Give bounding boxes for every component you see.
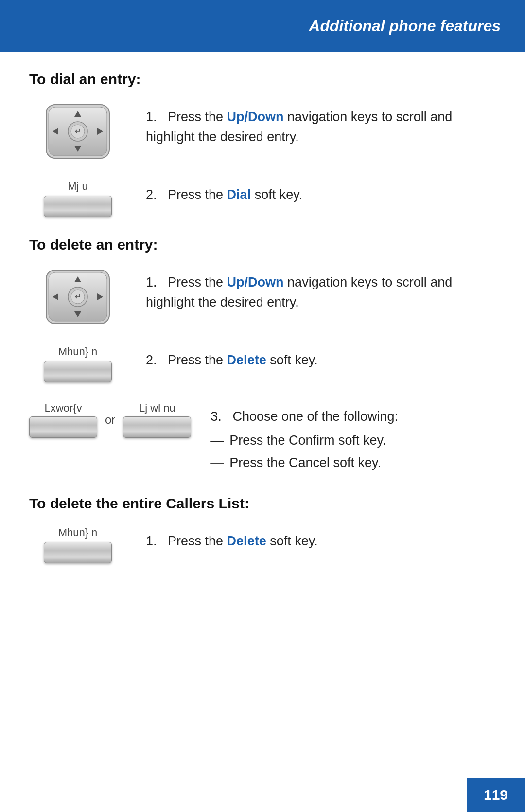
delete-entry-step-3-intro-text: Choose one of the following: [232, 409, 398, 424]
delete-all-step-1-highlight: Delete [227, 534, 266, 548]
confirm-text: Press the Confirm soft key. [229, 431, 386, 451]
confirm-btn-group: Lxwor{v [29, 402, 97, 438]
delete-all-softkey-label: Mhun} n [58, 526, 98, 539]
delete-entry-step-1-text: 1. Press the Up/Down navigation keys to … [146, 268, 496, 312]
delete-entry-step-3-sublist: — Press the Confirm soft key. — Press th… [210, 431, 496, 473]
nav-key-icon-col-1: ↵ [29, 102, 126, 161]
delete-entry-step-2-after: soft key. [266, 353, 318, 367]
dash-1: — [210, 431, 224, 451]
delete-softkey-col: Mhun} n [29, 345, 126, 382]
page-number-block: 119 [467, 778, 525, 812]
section-delete-entry-heading: To delete an entry: [29, 236, 496, 253]
dual-btn-row: Lxwor{v or Lj wl nu [29, 402, 191, 438]
delete-softkey-btn [44, 361, 112, 382]
delete-entry-step-3-text: 3. Choose one of the following: — Press … [210, 402, 496, 476]
dial-step-2-after: soft key. [251, 187, 302, 202]
delete-all-step-1-before: Press the [168, 534, 227, 548]
svg-text:↵: ↵ [75, 127, 81, 135]
delete-all-step-1-num: 1. [146, 534, 164, 548]
delete-all-softkey-col: Mhun} n [29, 526, 126, 563]
section-dial-heading: To dial an entry: [29, 71, 496, 88]
dial-step-2: Mj u 2. Press the Dial soft key. [29, 180, 496, 217]
delete-entry-step-1-para: 1. Press the Up/Down navigation keys to … [146, 272, 496, 312]
cancel-softkey-label: Lj wl nu [139, 402, 175, 415]
header-title: Additional phone features [309, 17, 501, 35]
dial-step-2-num: 2. [146, 187, 164, 202]
svg-text:↵: ↵ [75, 292, 81, 301]
dial-step-2-before: Press the [168, 187, 227, 202]
confirm-softkey-label: Lxwor{v [44, 402, 82, 415]
delete-all-step-1-text: 1. Press the Delete soft key. [146, 526, 496, 551]
confirm-sub-item: — Press the Confirm soft key. [210, 431, 496, 451]
header-bar: Additional phone features [0, 0, 525, 52]
delete-all-step-1-after: soft key. [266, 534, 318, 548]
content-area: To dial an entry: [0, 52, 525, 612]
dial-step-2-text: 2. Press the Dial soft key. [146, 180, 496, 205]
delete-entry-step-2-para: 2. Press the Delete soft key. [146, 350, 496, 370]
cancel-highlight: Cancel [289, 455, 330, 470]
delete-all-step-1-para: 1. Press the Delete soft key. [146, 531, 496, 551]
dash-2: — [210, 453, 224, 473]
delete-entry-step-1-before: Press the [168, 275, 227, 289]
nav-key-icon-col-2: ↵ [29, 268, 126, 326]
section-delete-all-heading: To delete the entire Callers List: [29, 495, 496, 512]
delete-all-step-1: Mhun} n 1. Press the Delete soft key. [29, 526, 496, 563]
delete-entry-step-2-before: Press the [168, 353, 227, 367]
delete-all-softkey-btn [44, 542, 112, 563]
delete-softkey-label: Mhun} n [58, 345, 98, 358]
section-delete-all: To delete the entire Callers List: Mhun}… [29, 495, 496, 563]
delete-entry-step-1-highlight: Up/Down [227, 275, 284, 289]
confirm-softkey-btn [29, 416, 97, 438]
nav-key-icon-2: ↵ [44, 268, 112, 326]
delete-entry-step-2-text: 2. Press the Delete soft key. [146, 345, 496, 370]
confirm-highlight: Confirm [289, 433, 335, 448]
delete-entry-step-3-intro: 3. Choose one of the following: [210, 407, 496, 427]
delete-entry-step-3: Lxwor{v or Lj wl nu 3. Choose one of the… [29, 402, 496, 476]
dial-step-1-para: 1. Press the Up/Down navigation keys to … [146, 107, 496, 146]
delete-entry-step-1-num: 1. [146, 275, 164, 289]
dial-softkey-col: Mj u [29, 180, 126, 217]
dial-step-1-highlight: Up/Down [227, 109, 284, 124]
dial-step-1-before: Press the [168, 109, 227, 124]
dial-step-1: ↵ 1. Press the Up/Down navigation keys t… [29, 102, 496, 161]
dial-softkey-label: Mj u [68, 180, 88, 193]
cancel-sub-item: — Press the Cancel soft key. [210, 453, 496, 473]
dual-btn-col: Lxwor{v or Lj wl nu [29, 402, 191, 438]
delete-entry-step-2-highlight: Delete [227, 353, 266, 367]
or-text: or [105, 413, 115, 427]
dial-softkey-btn [44, 196, 112, 217]
dial-step-2-highlight: Dial [227, 187, 251, 202]
delete-entry-step-1: ↵ 1. Press the Up/Down navigation keys t… [29, 268, 496, 326]
delete-entry-step-2: Mhun} n 2. Press the Delete soft key. [29, 345, 496, 382]
section-dial: To dial an entry: [29, 71, 496, 217]
page-number: 119 [484, 787, 508, 803]
section-delete-entry: To delete an entry: [29, 236, 496, 476]
dial-step-1-num: 1. [146, 109, 164, 124]
dial-step-1-text: 1. Press the Up/Down navigation keys to … [146, 102, 496, 146]
delete-entry-step-2-num: 2. [146, 353, 164, 367]
delete-entry-step-3-num: 3. [210, 409, 229, 424]
nav-key-icon-1: ↵ [44, 102, 112, 161]
dial-step-2-para: 2. Press the Dial soft key. [146, 185, 496, 205]
cancel-btn-group: Lj wl nu [123, 402, 191, 438]
cancel-softkey-btn [123, 416, 191, 438]
cancel-text: Press the Cancel soft key. [229, 453, 381, 473]
